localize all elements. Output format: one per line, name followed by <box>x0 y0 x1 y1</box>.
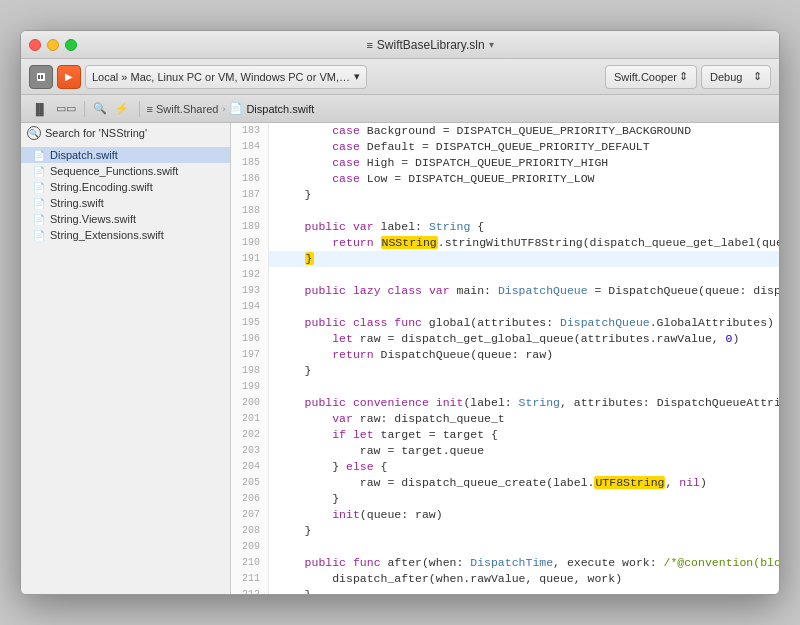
breadcrumb-part1: Swift.Shared <box>156 103 218 115</box>
target-selector[interactable]: Swift.Cooper ⇕ <box>605 65 697 89</box>
line-num-190: 190 <box>231 235 269 251</box>
breadcrumb-arrow: › <box>222 104 225 114</box>
line-num-205: 205 <box>231 475 269 491</box>
nav-search-icon[interactable]: 🔍 <box>90 100 110 117</box>
nav-separator-2 <box>139 101 140 117</box>
line-num-183: 183 <box>231 123 269 139</box>
sidebar-item-views[interactable]: 📄 String.Views.swift <box>21 211 230 227</box>
code-line-206: 206 } <box>231 491 779 507</box>
titlebar: ≡ SwiftBaseLibrary.sln ▾ <box>21 31 779 59</box>
line-content-205: raw = dispatch_queue_create(label.UTF8St… <box>269 475 715 491</box>
line-num-201: 201 <box>231 411 269 427</box>
breadcrumb-file[interactable]: 📄 Dispatch.swift <box>229 102 314 115</box>
line-content-192 <box>269 267 292 283</box>
breadcrumb-shared[interactable]: ≡ Swift.Shared <box>147 103 219 115</box>
line-content-193: public lazy class var main: DispatchQueu… <box>269 283 779 299</box>
line-content-190: return NSString.stringWithUTF8String(dis… <box>269 235 779 251</box>
line-content-201: var raw: dispatch_queue_t <box>269 411 513 427</box>
maximize-button[interactable] <box>65 39 77 51</box>
line-num-189: 189 <box>231 219 269 235</box>
line-content-207: init(queue: raw) <box>269 507 451 523</box>
scheme-label: Local » Mac, Linux PC or VM, Windows PC … <box>92 71 352 83</box>
title-text: SwiftBaseLibrary.sln <box>377 38 485 52</box>
close-button[interactable] <box>29 39 41 51</box>
line-content-210: public func after(when: DispatchTime, ex… <box>269 555 779 571</box>
toolbar-left: ▶ Local » Mac, Linux PC or VM, Windows P… <box>29 65 367 89</box>
file-icon-extensions: 📄 <box>33 230 45 241</box>
sidebar-item-dispatch[interactable]: 📄 Dispatch.swift <box>21 147 230 163</box>
sidebar: 🔍 Search for 'NSString' 📄 Dispatch.swift… <box>21 123 231 594</box>
code-line-185: 185 case High = DISPATCH_QUEUE_PRIORITY_… <box>231 155 779 171</box>
line-content-186: case Low = DISPATCH_QUEUE_PRIORITY_LOW <box>269 171 602 187</box>
file-icon-encoding: 📄 <box>33 182 45 193</box>
line-num-204: 204 <box>231 459 269 475</box>
line-content-204: } else { <box>269 459 395 475</box>
code-line-188: 188 <box>231 203 779 219</box>
code-line-208: 208 } <box>231 523 779 539</box>
line-content-211: dispatch_after(when.rawValue, queue, wor… <box>269 571 630 587</box>
code-line-193: 193 public lazy class var main: Dispatch… <box>231 283 779 299</box>
code-line-203: 203 raw = target.queue <box>231 443 779 459</box>
code-line-195: 195 public class func global(attributes:… <box>231 315 779 331</box>
file-icon-views: 📄 <box>33 214 45 225</box>
window-title: ≡ SwiftBaseLibrary.sln ▾ <box>89 38 771 52</box>
config-arrow: ⇕ <box>753 70 762 83</box>
nav-icons: ▐▌ ▭▭ 🔍 ⚡ <box>29 100 132 117</box>
line-content-188 <box>269 203 292 219</box>
file-icon-string: 📄 <box>33 198 45 209</box>
file-label-string: String.swift <box>50 197 104 209</box>
toolbar: ▶ Local » Mac, Linux PC or VM, Windows P… <box>21 59 779 95</box>
file-label-views: String.Views.swift <box>50 213 136 225</box>
line-num-188: 188 <box>231 203 269 219</box>
line-content-187: } <box>269 187 320 203</box>
line-num-196: 196 <box>231 331 269 347</box>
line-content-191: } <box>269 251 322 267</box>
line-num-207: 207 <box>231 507 269 523</box>
line-content-199 <box>269 379 292 395</box>
code-line-212: 212 } <box>231 587 779 594</box>
code-editor[interactable]: 183 case Background = DISPATCH_QUEUE_PRI… <box>231 123 779 594</box>
file-label-sequence: Sequence_Functions.swift <box>50 165 178 177</box>
main-window: ≡ SwiftBaseLibrary.sln ▾ ▶ Local » Mac, … <box>20 30 780 595</box>
sidebar-item-encoding[interactable]: 📄 String.Encoding.swift <box>21 179 230 195</box>
search-header: 🔍 Search for 'NSString' <box>21 123 230 143</box>
line-num-209: 209 <box>231 539 269 555</box>
line-num-206: 206 <box>231 491 269 507</box>
line-num-212: 212 <box>231 587 269 594</box>
nav-warning-icon[interactable]: ⚡ <box>112 100 132 117</box>
config-selector[interactable]: Debug ⇕ <box>701 65 771 89</box>
line-num-200: 200 <box>231 395 269 411</box>
file-label-encoding: String.Encoding.swift <box>50 181 153 193</box>
sidebar-item-extensions[interactable]: 📄 String_Extensions.swift <box>21 227 230 243</box>
code-line-192: 192 <box>231 267 779 283</box>
nav-icon-1[interactable]: ▐▌ <box>29 101 51 117</box>
svg-rect-2 <box>41 75 43 79</box>
breadcrumb-filename: Dispatch.swift <box>246 103 314 115</box>
code-line-191: 191 } <box>231 251 779 267</box>
line-num-210: 210 <box>231 555 269 571</box>
build-icon[interactable] <box>29 65 53 89</box>
nav-separator <box>84 101 85 117</box>
code-line-205: 205 raw = dispatch_queue_create(label.UT… <box>231 475 779 491</box>
line-content-197: return DispatchQueue(queue: raw) <box>269 347 561 363</box>
code-line-200: 200 public convenience init(label: Strin… <box>231 395 779 411</box>
code-line-204: 204 } else { <box>231 459 779 475</box>
target-arrow: ⇕ <box>679 70 688 83</box>
nav-icon-2[interactable]: ▭▭ <box>53 100 79 117</box>
line-content-195: public class func global(attributes: Dis… <box>269 315 779 331</box>
run-button[interactable]: ▶ <box>57 65 81 89</box>
line-content-202: if let target = target { <box>269 427 506 443</box>
scheme-arrow: ▾ <box>354 70 360 83</box>
scheme-selector[interactable]: Local » Mac, Linux PC or VM, Windows PC … <box>85 65 367 89</box>
navbar: ▐▌ ▭▭ 🔍 ⚡ ≡ Swift.Shared › 📄 Dispatch.sw… <box>21 95 779 123</box>
line-num-208: 208 <box>231 523 269 539</box>
dropdown-arrow: ▾ <box>489 39 494 50</box>
line-num-195: 195 <box>231 315 269 331</box>
line-content-203: raw = target.queue <box>269 443 492 459</box>
file-label-extensions: String_Extensions.swift <box>50 229 164 241</box>
sidebar-item-string[interactable]: 📄 String.swift <box>21 195 230 211</box>
search-icon: 🔍 <box>27 126 41 140</box>
sidebar-item-sequence[interactable]: 📄 Sequence_Functions.swift <box>21 163 230 179</box>
minimize-button[interactable] <box>47 39 59 51</box>
code-line-211: 211 dispatch_after(when.rawValue, queue,… <box>231 571 779 587</box>
